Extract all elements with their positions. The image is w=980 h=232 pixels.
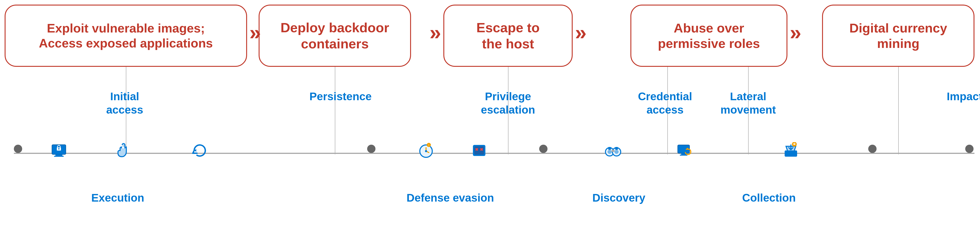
arrow-3: » — [430, 21, 441, 44]
svg-point-4 — [58, 148, 60, 150]
label-discovery: Discovery — [587, 191, 651, 205]
svg-rect-27 — [784, 150, 797, 157]
label-impact: Impact — [947, 90, 979, 103]
timeline-line — [14, 153, 974, 154]
arrow-4: » — [790, 21, 801, 44]
svg-point-5 — [122, 144, 125, 147]
label-execution: Execution — [83, 191, 153, 205]
diagram-container: Exploit vulnerable images;Access exposed… — [0, 0, 980, 232]
dot-start — [14, 145, 22, 153]
label-initial-access: Initial access — [92, 90, 157, 116]
connector-impact — [898, 67, 899, 155]
svg-rect-18 — [612, 150, 614, 152]
connector-persistence — [335, 67, 335, 155]
label-defense-evasion: Defense evasion — [404, 191, 496, 205]
svg-rect-21 — [608, 147, 611, 150]
bubble-escape: Escape tothe host — [443, 5, 573, 67]
dot-1 — [367, 145, 375, 153]
label-collection: Collection — [737, 191, 801, 205]
label-privilege: Privilegeescalation — [476, 90, 540, 116]
svg-rect-22 — [615, 147, 618, 150]
icon-cursor — [113, 140, 134, 161]
icon-binoculars — [603, 140, 624, 161]
svg-point-19 — [608, 150, 612, 154]
svg-rect-2 — [54, 156, 64, 157]
svg-point-20 — [614, 150, 619, 154]
arrow-2: » — [575, 21, 587, 44]
bubble-backdoor: Deploy backdoorcontainers — [259, 5, 411, 67]
icon-screen-orange — [674, 140, 695, 161]
icon-basket — [781, 140, 801, 161]
label-credential: Credentialaccess — [633, 90, 697, 116]
icon-clock: ! — [416, 140, 436, 161]
icon-monitor — [48, 140, 69, 161]
bubble-abuse: Abuse overpermissive roles — [630, 5, 788, 67]
svg-point-7 — [425, 150, 427, 152]
bubble-mining: Digital currencymining — [822, 5, 974, 67]
label-persistence: Persistence — [309, 90, 365, 103]
label-lateral: Lateralmovement — [721, 90, 776, 116]
svg-text:!: ! — [428, 144, 429, 147]
dot-3 — [868, 145, 877, 153]
bubble-exploit: Exploit vulnerable images;Access exposed… — [5, 5, 247, 67]
icon-mask — [469, 140, 490, 161]
icon-refresh — [189, 140, 210, 161]
svg-rect-1 — [56, 155, 62, 156]
dot-2 — [539, 145, 547, 153]
dot-end — [965, 145, 974, 153]
arrow-1: » — [250, 21, 261, 44]
svg-rect-25 — [680, 155, 687, 156]
